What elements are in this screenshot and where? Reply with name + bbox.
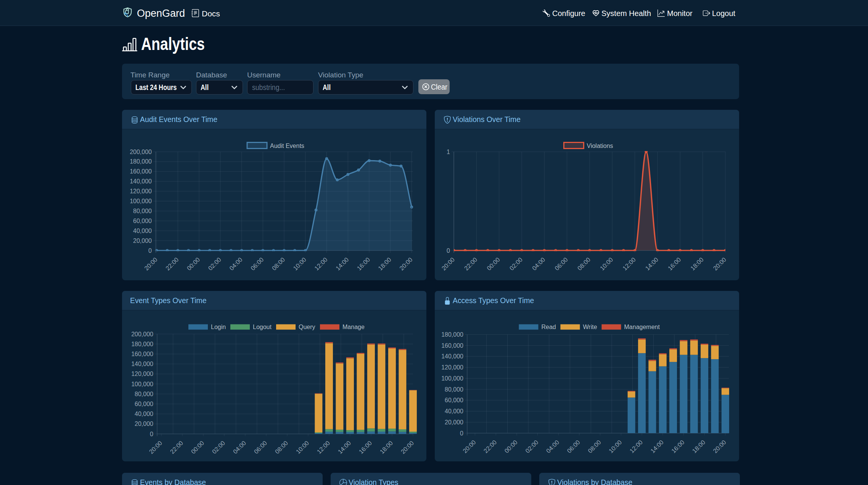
svg-text:Read: Read (542, 324, 556, 330)
svg-text:04:00: 04:00 (232, 440, 247, 455)
svg-text:06:00: 06:00 (253, 440, 268, 455)
svg-text:0: 0 (447, 247, 450, 254)
svg-text:200,000: 200,000 (131, 331, 153, 337)
svg-text:02:00: 02:00 (524, 439, 539, 454)
svg-text:02:00: 02:00 (211, 440, 226, 455)
svg-text:14:00: 14:00 (649, 439, 665, 454)
svg-text:06:00: 06:00 (249, 256, 265, 271)
svg-text:08:00: 08:00 (271, 256, 286, 271)
svg-text:Query: Query (299, 324, 315, 330)
svg-text:60,000: 60,000 (445, 397, 463, 403)
svg-text:120,000: 120,000 (441, 364, 463, 371)
svg-text:00:00: 00:00 (485, 256, 501, 271)
svg-text:16:00: 16:00 (667, 256, 682, 271)
svg-text:00:00: 00:00 (190, 440, 205, 455)
svg-text:04:00: 04:00 (531, 256, 546, 271)
svg-text:60,000: 60,000 (135, 401, 153, 407)
svg-text:14:00: 14:00 (337, 440, 352, 455)
svg-text:Violations: Violations (587, 143, 613, 149)
svg-text:20:00: 20:00 (148, 440, 163, 455)
svg-text:08:00: 08:00 (587, 439, 602, 454)
svg-text:80,000: 80,000 (135, 391, 153, 397)
svg-text:120,000: 120,000 (130, 188, 152, 194)
svg-text:160,000: 160,000 (131, 351, 153, 357)
svg-text:08:00: 08:00 (576, 256, 592, 271)
svg-text:22:00: 22:00 (164, 256, 180, 271)
svg-text:1: 1 (447, 149, 450, 155)
svg-text:18:00: 18:00 (377, 256, 392, 271)
svg-text:180,000: 180,000 (441, 331, 463, 338)
svg-text:20,000: 20,000 (135, 421, 153, 427)
svg-text:12:00: 12:00 (628, 439, 644, 454)
svg-text:80,000: 80,000 (445, 386, 463, 393)
svg-text:18:00: 18:00 (689, 256, 704, 271)
svg-text:06:00: 06:00 (566, 439, 581, 454)
svg-text:20:00: 20:00 (440, 256, 456, 271)
svg-text:20:00: 20:00 (143, 256, 158, 271)
svg-text:0: 0 (150, 431, 153, 437)
svg-text:12:00: 12:00 (313, 256, 328, 271)
svg-text:140,000: 140,000 (131, 361, 153, 367)
svg-text:20,000: 20,000 (445, 419, 463, 426)
svg-text:Logout: Logout (253, 324, 272, 330)
svg-text:180,000: 180,000 (131, 341, 153, 347)
svg-text:180,000: 180,000 (130, 158, 152, 165)
svg-text:12:00: 12:00 (316, 440, 331, 455)
svg-text:08:00: 08:00 (274, 440, 289, 455)
svg-text:02:00: 02:00 (508, 256, 524, 271)
svg-text:40,000: 40,000 (135, 411, 153, 417)
svg-text:20:00: 20:00 (712, 439, 727, 454)
svg-text:22:00: 22:00 (169, 440, 184, 455)
svg-text:00:00: 00:00 (503, 439, 519, 454)
svg-text:04:00: 04:00 (545, 439, 560, 454)
svg-text:20:00: 20:00 (398, 256, 413, 271)
svg-text:0: 0 (148, 247, 152, 254)
svg-text:140,000: 140,000 (441, 353, 463, 360)
svg-text:20:00: 20:00 (712, 256, 727, 271)
svg-text:100,000: 100,000 (441, 375, 463, 382)
svg-text:18:00: 18:00 (691, 439, 706, 454)
svg-text:Write: Write (583, 324, 597, 330)
svg-text:80,000: 80,000 (133, 208, 152, 214)
svg-text:02:00: 02:00 (207, 256, 222, 271)
svg-text:18:00: 18:00 (379, 440, 394, 455)
svg-text:20:00: 20:00 (461, 439, 477, 454)
svg-text:16:00: 16:00 (356, 256, 371, 271)
svg-text:14:00: 14:00 (644, 256, 659, 271)
svg-text:10:00: 10:00 (295, 440, 310, 455)
svg-text:60,000: 60,000 (133, 218, 152, 224)
svg-text:22:00: 22:00 (463, 256, 478, 271)
svg-text:16:00: 16:00 (670, 439, 685, 454)
svg-text:100,000: 100,000 (130, 198, 152, 204)
svg-text:Login: Login (211, 324, 226, 330)
svg-text:22:00: 22:00 (482, 439, 498, 454)
svg-text:14:00: 14:00 (334, 256, 350, 271)
svg-text:160,000: 160,000 (130, 168, 152, 175)
svg-text:10:00: 10:00 (608, 439, 623, 454)
svg-text:Analytics: Analytics (141, 34, 205, 54)
svg-text:00:00: 00:00 (186, 256, 201, 271)
svg-text:140,000: 140,000 (130, 178, 152, 185)
svg-text:16:00: 16:00 (358, 440, 373, 455)
svg-text:40,000: 40,000 (133, 228, 152, 234)
svg-text:0: 0 (460, 430, 463, 437)
svg-text:04:00: 04:00 (228, 256, 243, 271)
svg-text:20,000: 20,000 (133, 238, 152, 244)
svg-text:12:00: 12:00 (621, 256, 637, 271)
svg-text:160,000: 160,000 (441, 342, 463, 349)
svg-text:20:00: 20:00 (400, 440, 415, 455)
svg-text:10:00: 10:00 (292, 256, 307, 271)
svg-text:Management: Management (624, 324, 660, 330)
svg-text:100,000: 100,000 (131, 381, 153, 387)
svg-text:200,000: 200,000 (130, 149, 152, 155)
svg-text:Audit Events: Audit Events (270, 143, 304, 149)
svg-text:Manage: Manage (342, 324, 365, 330)
svg-text:40,000: 40,000 (445, 408, 463, 414)
svg-text:120,000: 120,000 (131, 371, 153, 377)
svg-text:06:00: 06:00 (553, 256, 569, 271)
svg-text:10:00: 10:00 (599, 256, 614, 271)
